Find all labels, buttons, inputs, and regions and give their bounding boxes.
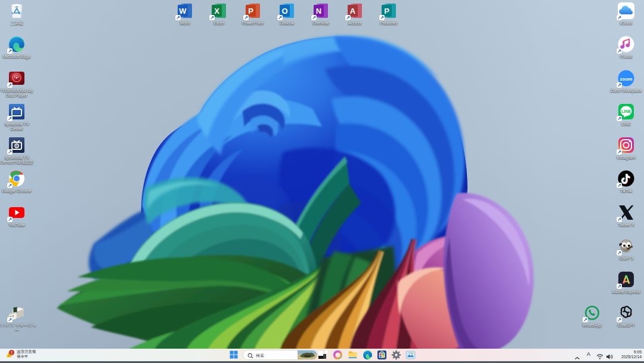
svg-text:LINE: LINE [621,109,631,113]
svg-text:N: N [316,7,321,16]
svg-text:P: P [384,7,389,16]
svg-text:zoom: zoom [620,76,633,82]
svg-text:P: P [248,7,253,16]
svg-text:O: O [281,7,287,16]
svg-text:X: X [214,7,219,16]
svg-text:W: W [179,7,187,16]
svg-text:A: A [350,7,356,16]
